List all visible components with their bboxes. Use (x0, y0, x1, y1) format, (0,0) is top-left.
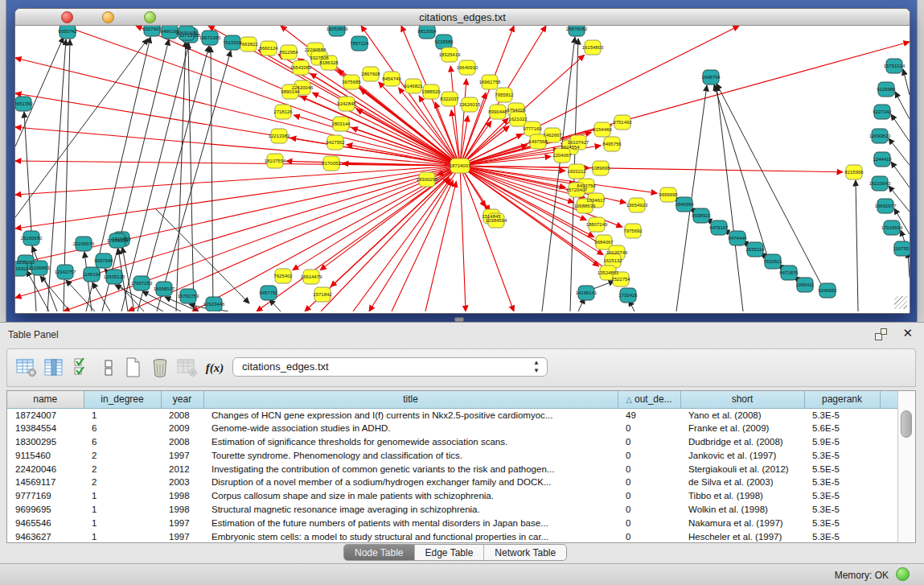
column-header-short[interactable]: short (680, 391, 804, 408)
table-cell[interactable]: Stergiakouli et al. (2012) (680, 462, 804, 476)
table-cell[interactable]: 2003 (161, 476, 203, 489)
table-cell[interactable]: 18300295 (7, 435, 84, 449)
table-cell[interactable] (880, 476, 899, 489)
table-cell[interactable] (880, 489, 899, 503)
table-cell[interactable]: Hescheler et al. (1997) (680, 529, 804, 543)
table-cell[interactable]: 5.3E-5 (804, 489, 880, 503)
table-cell[interactable]: Dudbridge et al. (2008) (680, 435, 804, 449)
table-cell[interactable]: 0 (618, 435, 680, 449)
table-cell[interactable]: Jankovic et al. (1997) (680, 448, 804, 462)
table-row[interactable]: 946362711997Embryonic stem cells: a mode… (7, 529, 899, 543)
table-row[interactable]: 1456911722003Disruption of a novel membe… (7, 476, 899, 489)
table-cell[interactable]: Corpus callosum shape and size in male p… (203, 489, 618, 503)
table-cell[interactable]: Disruption of a novel member of a sodium… (203, 476, 618, 489)
float-panel-icon[interactable] (875, 328, 887, 340)
tab-edge-table[interactable]: Edge Table (415, 545, 485, 560)
table-cell[interactable]: 0 (618, 476, 680, 489)
table-cell[interactable]: 0 (618, 529, 680, 543)
table-cell[interactable]: 2012 (161, 462, 203, 476)
column-header-pagerank[interactable]: pagerank (804, 391, 880, 408)
table-cell[interactable]: Tibbo et al. (1998) (680, 489, 804, 503)
table-cell[interactable]: Embryonic stem cells: a model to study s… (203, 529, 618, 543)
table-cell[interactable]: Changes of HCN gene expression and I(f) … (203, 408, 618, 422)
new-column-icon[interactable] (121, 356, 144, 379)
table-row[interactable]: 1872400712008Changes of HCN gene express… (7, 408, 899, 422)
table-cell[interactable]: 5.3E-5 (804, 529, 880, 543)
row-height-icon[interactable] (97, 356, 120, 379)
table-cell[interactable]: 0 (618, 503, 680, 517)
network-canvas-area[interactable]: 9055742152760764661601071918510671365751… (15, 26, 910, 311)
select-mode-icon[interactable] (72, 356, 94, 379)
table-cell[interactable]: 9115460 (7, 448, 84, 462)
table-cell[interactable]: 5.3E-5 (804, 503, 880, 517)
table-cell[interactable]: 5.3E-5 (804, 516, 880, 529)
table-cell[interactable] (880, 435, 899, 449)
table-cell[interactable]: Estimation of the future numbers of pati… (203, 516, 618, 529)
table-cell[interactable]: 19384554 (7, 422, 84, 435)
memory-ok-indicator[interactable] (896, 567, 910, 581)
show-columns-icon[interactable] (43, 356, 65, 379)
table-cell[interactable]: 2008 (161, 408, 203, 422)
table-cell[interactable]: 0 (618, 516, 680, 529)
table-options-icon[interactable] (15, 356, 38, 379)
table-row[interactable]: 911546021997Tourette syndrome. Phenomeno… (7, 448, 899, 462)
table-cell[interactable]: 14569117 (7, 476, 84, 489)
table-cell[interactable]: 1 (84, 516, 161, 529)
table-cell[interactable]: 1 (84, 503, 161, 517)
table-cell[interactable]: de Silva et al. (2003) (680, 476, 804, 489)
scrollbar-thumb[interactable] (901, 410, 912, 438)
table-row[interactable]: 946554611997Estimation of the future num… (7, 516, 899, 529)
table-cell[interactable]: Investigating the contribution of common… (203, 462, 618, 476)
table-cell[interactable] (880, 408, 899, 422)
table-cell[interactable]: Structural magnetic resonance image aver… (203, 503, 618, 517)
table-cell[interactable]: 5.9E-5 (804, 435, 880, 449)
table-cell[interactable]: 49 (618, 408, 680, 422)
table-cell[interactable] (880, 462, 899, 476)
table-select-dropdown[interactable]: citations_edges.txt ▲▼ (232, 357, 548, 377)
column-header-in-degree[interactable]: in_degree (84, 391, 161, 408)
column-header-out-degree[interactable]: △out_de... (618, 391, 680, 408)
table-row[interactable]: 969969511998Structural magnetic resonanc… (7, 503, 899, 517)
window-resize-grip[interactable] (894, 296, 907, 309)
table-row[interactable]: 2242004622012Investigating the contribut… (7, 462, 899, 476)
table-cell[interactable]: 1997 (161, 448, 203, 462)
table-cell[interactable]: 22420046 (7, 462, 84, 476)
table-cell[interactable] (880, 448, 899, 462)
table-cell[interactable] (880, 516, 899, 529)
table-cell[interactable]: 0 (618, 489, 680, 503)
table-cell[interactable]: 1998 (161, 489, 203, 503)
table-cell[interactable]: 2 (84, 448, 161, 462)
table-vertical-scrollbar[interactable] (897, 391, 915, 542)
column-header-year[interactable]: year (161, 391, 203, 408)
table-row[interactable]: 977716911998Corpus callosum shape and si… (7, 489, 899, 503)
table-cell[interactable]: 1997 (161, 529, 203, 543)
table-cell[interactable]: 5.5E-5 (804, 462, 880, 476)
table-cell[interactable]: Nakamura et al. (1997) (680, 516, 804, 529)
delete-column-icon[interactable] (149, 356, 171, 379)
column-header-name[interactable]: name (7, 391, 84, 408)
function-builder-icon[interactable]: f(x) (203, 356, 226, 379)
table-cell[interactable]: 6 (84, 435, 161, 449)
tab-node-table[interactable]: Node Table (344, 545, 415, 560)
tab-network-table[interactable]: Network Table (484, 545, 566, 560)
table-cell[interactable]: 6 (84, 422, 161, 435)
table-cell[interactable]: Estimation of significance thresholds fo… (203, 435, 618, 449)
table-cell[interactable]: Genome-wide association studies in ADHD. (203, 422, 618, 435)
table-cell[interactable]: 0 (618, 422, 680, 435)
table-cell[interactable]: Yano et al. (2008) (680, 408, 804, 422)
table-cell[interactable]: 0 (618, 448, 680, 462)
table-cell[interactable]: 0 (618, 462, 680, 476)
table-cell[interactable]: 9463627 (7, 529, 84, 543)
table-cell[interactable]: 2 (84, 476, 161, 489)
table-cell[interactable] (880, 503, 899, 517)
table-cell[interactable]: Tourette syndrome. Phenomenology and cla… (203, 448, 618, 462)
table-cell[interactable]: Wolkin et al. (1998) (680, 503, 804, 517)
table-cell[interactable]: 1 (84, 529, 161, 543)
table-cell[interactable]: Franke et al. (2009) (680, 422, 804, 435)
table-cell[interactable]: 5.3E-5 (804, 408, 880, 422)
table-cell[interactable]: 2 (84, 462, 161, 476)
table-cell[interactable]: 1 (84, 489, 161, 503)
panel-close-icon[interactable]: ✕ (902, 326, 913, 340)
table-cell[interactable]: 9777169 (7, 489, 84, 503)
table-cell[interactable]: 9465546 (7, 516, 84, 529)
